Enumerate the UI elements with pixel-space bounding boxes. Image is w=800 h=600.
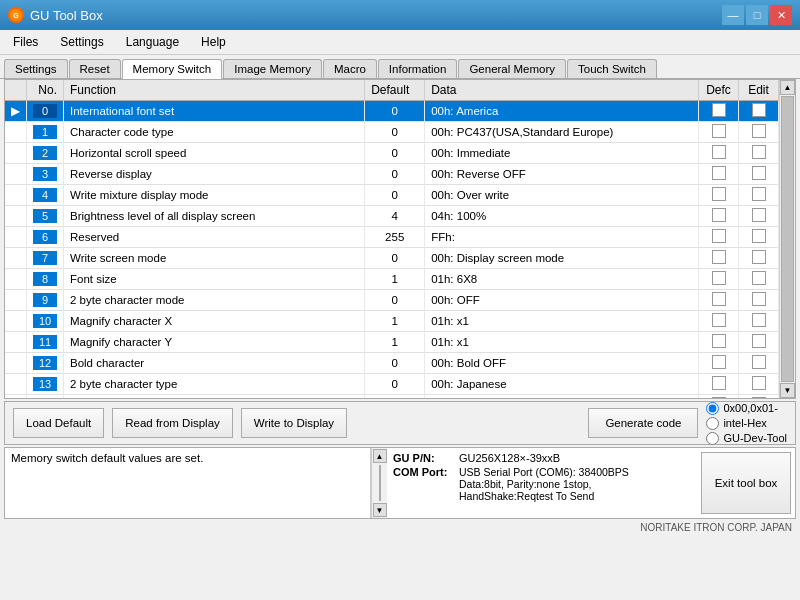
table-row[interactable]: 7Write screen mode000h: Display screen m… xyxy=(5,248,779,269)
row-edit-checkbox[interactable] xyxy=(739,248,779,269)
status-scroll-thumb[interactable] xyxy=(379,465,381,501)
radio-hex-input[interactable] xyxy=(706,402,719,415)
row-edit-checkbox[interactable] xyxy=(739,143,779,164)
table-row[interactable]: 12Bold character000h: Bold OFF xyxy=(5,353,779,374)
row-defc-checkbox[interactable] xyxy=(699,248,739,269)
status-scroll-up[interactable]: ▲ xyxy=(373,449,387,463)
row-edit-checkbox[interactable] xyxy=(739,185,779,206)
scroll-thumb[interactable] xyxy=(781,96,794,382)
radio-gu-dev-option[interactable]: GU-Dev-Tool xyxy=(706,432,787,445)
row-edit-checkbox[interactable] xyxy=(739,227,779,248)
tab-information[interactable]: Information xyxy=(378,59,458,78)
radio-intel-hex-input[interactable] xyxy=(706,417,719,430)
row-defc-checkbox[interactable] xyxy=(699,332,739,353)
table-wrapper: No. Function Default Data Defc Edit ▶0In… xyxy=(5,80,795,398)
row-edit-checkbox[interactable] xyxy=(739,311,779,332)
tab-reset[interactable]: Reset xyxy=(69,59,121,78)
radio-gu-dev-input[interactable] xyxy=(706,432,719,445)
tab-image-memory[interactable]: Image Memory xyxy=(223,59,322,78)
read-from-display-button[interactable]: Read from Display xyxy=(112,408,233,438)
row-edit-checkbox[interactable] xyxy=(739,122,779,143)
row-edit-checkbox[interactable] xyxy=(739,332,779,353)
table-row[interactable]: 132 byte character type000h: Japanese xyxy=(5,374,779,395)
scroll-down-btn[interactable]: ▼ xyxy=(780,383,795,398)
status-scrollbar[interactable]: ▲ ▼ xyxy=(371,448,387,518)
table-scrollbar[interactable]: ▲ ▼ xyxy=(779,80,795,398)
row-data: 01h: 6X8 xyxy=(425,269,699,290)
row-edit-checkbox[interactable] xyxy=(739,353,779,374)
menu-language[interactable]: Language xyxy=(117,32,188,52)
write-to-display-button[interactable]: Write to Display xyxy=(241,408,347,438)
radio-hex-option[interactable]: 0x00,0x01- xyxy=(706,402,787,415)
row-defc-checkbox[interactable] xyxy=(699,101,739,122)
row-defc-checkbox[interactable] xyxy=(699,353,739,374)
table-row[interactable]: 8Font size101h: 6X8 xyxy=(5,269,779,290)
table-container[interactable]: No. Function Default Data Defc Edit ▶0In… xyxy=(5,80,779,398)
tab-memory-switch[interactable]: Memory Switch xyxy=(122,59,223,79)
row-default: 0 xyxy=(365,374,425,395)
table-row[interactable]: 6Reserved255FFh: xyxy=(5,227,779,248)
row-default: 255 xyxy=(365,227,425,248)
col-default: Default xyxy=(365,80,425,101)
scroll-up-btn[interactable]: ▲ xyxy=(780,80,795,95)
row-edit-checkbox[interactable] xyxy=(739,206,779,227)
row-number: 10 xyxy=(27,311,64,332)
output-format-options: 0x00,0x01- intel-Hex GU-Dev-Tool xyxy=(706,402,787,445)
row-defc-checkbox[interactable] xyxy=(699,269,739,290)
load-default-button[interactable]: Load Default xyxy=(13,408,104,438)
maximize-button[interactable]: □ xyxy=(746,5,768,25)
table-row[interactable]: 92 byte character mode000h: OFF xyxy=(5,290,779,311)
row-default: 1 xyxy=(365,311,425,332)
row-defc-checkbox[interactable] xyxy=(699,185,739,206)
row-defc-checkbox[interactable] xyxy=(699,227,739,248)
table-row[interactable]: 1Character code type000h: PC437(USA,Stan… xyxy=(5,122,779,143)
table-row[interactable]: 4Write mixture display mode000h: Over wr… xyxy=(5,185,779,206)
table-row[interactable]: 5Brightness level of all display screen4… xyxy=(5,206,779,227)
row-number: 5 xyxy=(27,206,64,227)
menu-settings[interactable]: Settings xyxy=(51,32,112,52)
row-arrow xyxy=(5,122,27,143)
main-content: No. Function Default Data Defc Edit ▶0In… xyxy=(4,79,796,399)
tab-macro[interactable]: Macro xyxy=(323,59,377,78)
table-row[interactable]: 14Horizontal scroll quality mode000h: Sp… xyxy=(5,395,779,399)
table-row[interactable]: 11Magnify character Y101h: x1 xyxy=(5,332,779,353)
minimize-button[interactable]: — xyxy=(722,5,744,25)
status-panel: Memory switch default values are set. ▲ … xyxy=(4,447,796,519)
row-function: Write screen mode xyxy=(64,248,365,269)
row-number: 4 xyxy=(27,185,64,206)
row-edit-checkbox[interactable] xyxy=(739,269,779,290)
row-defc-checkbox[interactable] xyxy=(699,206,739,227)
row-edit-checkbox[interactable] xyxy=(739,164,779,185)
row-default: 0 xyxy=(365,185,425,206)
menu-help[interactable]: Help xyxy=(192,32,235,52)
row-defc-checkbox[interactable] xyxy=(699,122,739,143)
tab-touch-switch[interactable]: Touch Switch xyxy=(567,59,657,78)
row-defc-checkbox[interactable] xyxy=(699,290,739,311)
exit-tool-box-button[interactable]: Exit tool box xyxy=(701,452,791,514)
status-scroll-down[interactable]: ▼ xyxy=(373,503,387,517)
row-defc-checkbox[interactable] xyxy=(699,143,739,164)
data-table: No. Function Default Data Defc Edit ▶0In… xyxy=(5,80,779,398)
row-edit-checkbox[interactable] xyxy=(739,395,779,399)
table-row[interactable]: 3Reverse display000h: Reverse OFF xyxy=(5,164,779,185)
row-edit-checkbox[interactable] xyxy=(739,101,779,122)
menu-files[interactable]: Files xyxy=(4,32,47,52)
radio-intel-hex-option[interactable]: intel-Hex xyxy=(706,417,787,430)
table-row[interactable]: 2Horizontal scroll speed000h: Immediate xyxy=(5,143,779,164)
row-defc-checkbox[interactable] xyxy=(699,311,739,332)
row-number: 9 xyxy=(27,290,64,311)
generate-code-button[interactable]: Generate code xyxy=(588,408,698,438)
row-defc-checkbox[interactable] xyxy=(699,374,739,395)
row-function: Brightness level of all display screen xyxy=(64,206,365,227)
row-function: Font size xyxy=(64,269,365,290)
tab-settings[interactable]: Settings xyxy=(4,59,68,78)
table-row[interactable]: ▶0International font set000h: America xyxy=(5,101,779,122)
row-defc-checkbox[interactable] xyxy=(699,395,739,399)
table-row[interactable]: 10Magnify character X101h: x1 xyxy=(5,311,779,332)
row-edit-checkbox[interactable] xyxy=(739,290,779,311)
row-arrow xyxy=(5,332,27,353)
row-edit-checkbox[interactable] xyxy=(739,374,779,395)
tab-general-memory[interactable]: General Memory xyxy=(458,59,566,78)
close-button[interactable]: ✕ xyxy=(770,5,792,25)
row-defc-checkbox[interactable] xyxy=(699,164,739,185)
